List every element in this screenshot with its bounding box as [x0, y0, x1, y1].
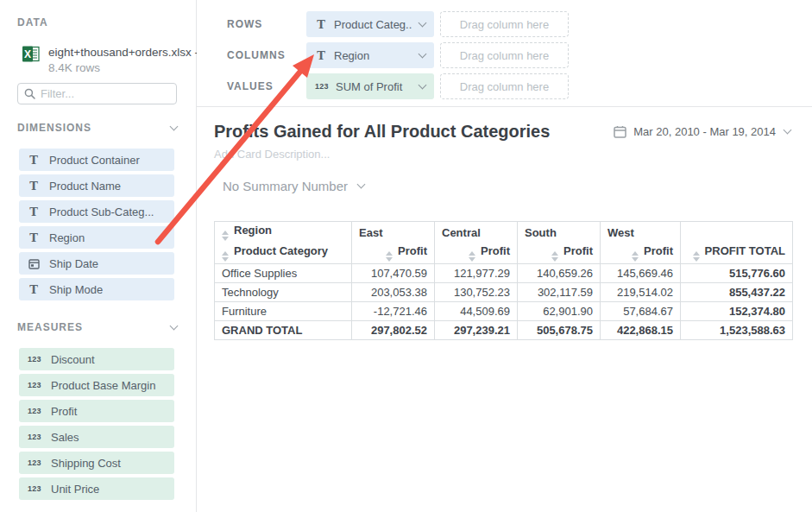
- measure-item-discount[interactable]: 123 Discount: [19, 348, 174, 370]
- measure-item-product-base-margin[interactable]: 123 Product Base Margin: [19, 374, 174, 396]
- profit-cell: 107,470.59: [352, 264, 435, 283]
- measure-label: Product Base Margin: [51, 379, 155, 392]
- column-group-header-total: [681, 222, 793, 243]
- dimension-item-ship-mode[interactable]: T Ship Mode: [19, 278, 174, 300]
- drop-zone-label: Drag column here: [460, 80, 549, 93]
- values-field-value: SUM of Profit: [336, 80, 412, 93]
- chevron-down-icon: [419, 18, 427, 27]
- summary-number-value: No Summary Number: [223, 179, 348, 193]
- profit-column-header[interactable]: Profit: [518, 243, 601, 264]
- profit-cell: 219,514.02: [601, 283, 681, 302]
- dimensions-collapse-chevron-icon[interactable]: [170, 122, 179, 130]
- dataset-file-item[interactable]: X eight+thousand+orders.xlsx - 8.4K rows: [22, 45, 188, 75]
- profit-total-cell: 855,437.22: [681, 283, 793, 302]
- dimensions-label: DIMENSIONS: [17, 122, 91, 134]
- values-field-select[interactable]: 123 SUM of Profit: [306, 73, 434, 99]
- card-title[interactable]: Profits Gained for All Product Categorie…: [214, 122, 550, 142]
- profit-header-label: Profit: [563, 244, 593, 257]
- summary-number-selector[interactable]: No Summary Number: [223, 179, 364, 193]
- sort-icon[interactable]: [632, 251, 639, 262]
- dimension-item-ship-date[interactable]: Ship Date: [19, 252, 174, 275]
- sort-icon[interactable]: [222, 251, 229, 262]
- rows-field-select[interactable]: T Product Categ...: [306, 11, 434, 37]
- text-type-icon: T: [28, 154, 40, 167]
- number-type-icon: 123: [315, 82, 329, 91]
- profit-header-label: Profit: [481, 244, 510, 257]
- profit-cell: -12,721.46: [352, 302, 435, 321]
- pivot-table: Region East Central South West Product C…: [214, 221, 793, 340]
- measure-item-profit[interactable]: 123 Profit: [19, 400, 174, 422]
- profit-column-header[interactable]: Profit: [435, 243, 518, 264]
- measure-item-sales[interactable]: 123 Sales: [19, 426, 174, 448]
- chevron-down-icon: [784, 126, 792, 135]
- profit-cell: 297,802.52: [352, 321, 435, 340]
- card-panel: Profits Gained for All Product Categorie…: [197, 107, 812, 512]
- table-row: Furniture -12,721.46 44,509.69 62,901.90…: [215, 302, 793, 321]
- row-dimension-label: Product Category: [234, 244, 328, 257]
- filter-input[interactable]: [41, 87, 170, 100]
- profit-cell: 302,117.59: [518, 283, 601, 302]
- sort-icon[interactable]: [386, 251, 393, 262]
- column-group-header-west: West: [601, 222, 681, 243]
- sort-icon[interactable]: [693, 251, 700, 262]
- profit-total-cell: 152,374.80: [681, 302, 793, 321]
- row-dimension-header[interactable]: Product Category: [215, 243, 352, 264]
- rows-field-value: Product Categ...: [334, 18, 412, 31]
- profit-total-column-header[interactable]: PROFIT TOTAL: [681, 243, 793, 264]
- measure-label: Profit: [51, 405, 77, 418]
- chevron-down-icon: [419, 80, 427, 89]
- text-type-icon: T: [28, 205, 40, 218]
- profit-header-label: Profit: [398, 244, 427, 257]
- profit-cell: 140,659.26: [518, 264, 601, 283]
- column-group-header-east: East: [352, 222, 435, 243]
- columns-field-select[interactable]: T Region: [306, 42, 434, 68]
- row-label: Furniture: [215, 302, 352, 321]
- measures-section-header: MEASURES: [17, 321, 177, 333]
- dimension-label: Product Sub-Categ...: [49, 205, 154, 218]
- row-label: Technology: [215, 283, 352, 302]
- column-dimension-header[interactable]: Region: [215, 222, 352, 243]
- dimension-item-product-container[interactable]: T Product Container: [19, 149, 174, 171]
- number-type-icon: 123: [28, 484, 41, 493]
- profit-column-header[interactable]: Profit: [601, 243, 681, 264]
- search-icon: [24, 88, 35, 99]
- column-group-header-south: South: [518, 222, 601, 243]
- dimension-item-region[interactable]: T Region: [19, 226, 174, 249]
- rows-drop-zone[interactable]: Drag column here: [440, 11, 569, 37]
- values-drop-zone[interactable]: Drag column here: [440, 73, 569, 99]
- text-type-icon: T: [28, 283, 40, 296]
- measure-item-shipping-cost[interactable]: 123 Shipping Cost: [19, 452, 174, 474]
- rows-label: ROWS: [227, 18, 306, 30]
- measures-list: 123 Discount 123 Product Base Margin 123…: [19, 348, 174, 500]
- filter-field[interactable]: [17, 83, 177, 104]
- column-group-header-central: Central: [435, 222, 518, 243]
- measure-label: Shipping Cost: [51, 457, 121, 470]
- sort-icon[interactable]: [551, 251, 558, 262]
- dimension-label: Region: [49, 231, 85, 244]
- measure-label: Sales: [51, 431, 79, 444]
- number-type-icon: 123: [28, 433, 41, 441]
- drop-zone-label: Drag column here: [460, 18, 549, 31]
- measure-item-unit-price[interactable]: 123 Unit Price: [19, 477, 174, 500]
- pivot-columns-row: COLUMNS T Region Drag column here: [197, 42, 569, 68]
- dimension-item-product-sub-category[interactable]: T Product Sub-Categ...: [19, 200, 174, 223]
- dimension-label: Ship Mode: [49, 283, 103, 296]
- chevron-down-icon: [357, 180, 366, 189]
- profit-cell: 121,977.29: [435, 264, 518, 283]
- dataset-row-count: 8.4K rows: [48, 60, 198, 75]
- profit-header-label: Profit: [644, 244, 673, 257]
- text-type-icon: T: [28, 231, 40, 244]
- columns-drop-zone[interactable]: Drag column here: [440, 42, 569, 68]
- row-label: Office Supplies: [215, 264, 352, 283]
- data-section-label: DATA: [17, 16, 48, 28]
- sort-icon[interactable]: [469, 251, 475, 262]
- date-range-picker[interactable]: Mar 20, 2010 - Mar 19, 2014: [614, 125, 790, 138]
- profit-column-header[interactable]: Profit: [352, 243, 435, 264]
- card-description-placeholder[interactable]: Add Card Description...: [197, 142, 812, 161]
- number-type-icon: 123: [28, 458, 41, 467]
- profit-cell: 422,868.15: [601, 321, 681, 340]
- dimension-item-product-name[interactable]: T Product Name: [19, 174, 174, 197]
- data-sidebar: DATA X eight+thousand+orders.xlsx - 8.4K…: [0, 0, 197, 512]
- sort-icon[interactable]: [222, 231, 229, 241]
- measures-collapse-chevron-icon[interactable]: [170, 321, 179, 330]
